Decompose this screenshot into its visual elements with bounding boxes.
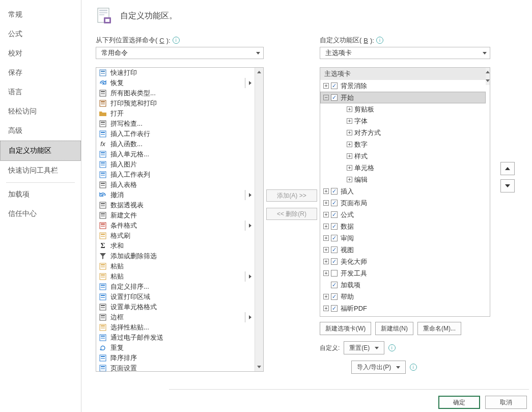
sidebar-item[interactable]: 常规 [0, 5, 81, 24]
sidebar-item[interactable]: 自定义功能区 [0, 141, 81, 161]
command-item[interactable]: 粘贴 [96, 271, 255, 282]
checkbox[interactable] [331, 293, 338, 300]
expand-toggle[interactable]: + [323, 270, 329, 276]
info-icon[interactable]: i [173, 37, 180, 44]
expand-toggle[interactable]: + [347, 153, 352, 159]
tree-item[interactable]: −开始 [320, 92, 486, 103]
tree-child-item[interactable]: +数字 [320, 139, 486, 150]
checkbox[interactable] [331, 188, 338, 195]
expand-toggle[interactable]: + [347, 118, 352, 124]
move-down-button[interactable] [500, 179, 515, 193]
sidebar-item[interactable]: 信任中心 [0, 204, 81, 224]
command-item[interactable]: 条件格式 [96, 221, 255, 231]
tree-item[interactable]: +福昕阅读器 [320, 314, 486, 316]
expand-toggle[interactable]: + [323, 306, 329, 311]
tree-item[interactable]: 加载项 [320, 279, 486, 291]
tree-scrollbar[interactable] [486, 68, 490, 316]
move-up-button[interactable] [500, 162, 515, 175]
info-icon[interactable]: i [376, 37, 383, 44]
reset-dropdown[interactable]: 重置(E) [344, 341, 384, 354]
tree-item[interactable]: +数据 [320, 221, 486, 232]
expand-toggle[interactable]: + [323, 224, 329, 229]
command-item[interactable]: 撤消 [96, 190, 255, 200]
scroll-down-button[interactable] [255, 363, 263, 371]
command-item[interactable]: 恢复 [96, 78, 255, 88]
tree-item[interactable]: +美化大师 [320, 256, 486, 267]
checkbox[interactable] [331, 211, 338, 218]
expand-toggle[interactable]: + [347, 130, 352, 135]
sidebar-item[interactable]: 校对 [0, 44, 81, 63]
sidebar-item[interactable]: 公式 [0, 24, 81, 44]
sidebar-item[interactable]: 语言 [0, 83, 81, 102]
checkbox[interactable] [331, 94, 338, 101]
expand-toggle[interactable]: + [323, 294, 329, 299]
expand-toggle[interactable]: + [323, 259, 329, 264]
command-item[interactable]: 新建文件 [96, 210, 255, 221]
tree-item[interactable]: +页面布局 [320, 197, 486, 209]
command-item[interactable]: 插入表格 [96, 180, 255, 190]
tree-child-item[interactable]: +字体 [320, 115, 486, 127]
tree-item[interactable]: +插入 [320, 185, 486, 197]
command-item[interactable]: 选择性粘贴... [96, 322, 255, 333]
expand-toggle[interactable]: + [323, 200, 329, 206]
tree-child-item[interactable]: +对齐方式 [320, 127, 486, 139]
expand-toggle[interactable]: + [347, 142, 352, 147]
scroll-up-button[interactable] [255, 68, 263, 76]
command-item[interactable]: 通过电子邮件发送 [96, 333, 255, 343]
command-item[interactable]: 粘贴 [96, 261, 255, 271]
command-item[interactable]: 所有图表类型... [96, 88, 255, 98]
command-item[interactable]: 插入工作表行 [96, 129, 255, 139]
command-item[interactable]: 打开 [96, 108, 255, 119]
checkbox[interactable] [331, 305, 338, 312]
checkbox[interactable] [331, 200, 338, 206]
expand-toggle[interactable]: + [323, 83, 329, 89]
command-item[interactable]: 快速打印 [96, 68, 255, 78]
choose-commands-dropdown[interactable]: 常用命令 [96, 47, 264, 59]
command-item[interactable]: 插入工作表列 [96, 170, 255, 180]
expand-toggle[interactable]: + [347, 165, 352, 171]
sidebar-item[interactable]: 快速访问工具栏 [0, 161, 81, 180]
sidebar-item[interactable]: 轻松访问 [0, 102, 81, 121]
tree-item[interactable]: +帮助 [320, 291, 486, 303]
checkbox[interactable] [331, 235, 338, 241]
ribbon-treebox[interactable]: 主选项卡 +背景消除−开始+剪贴板+字体+对齐方式+数字+样式+单元格+编辑+插… [320, 67, 490, 317]
command-item[interactable]: 重复 [96, 343, 255, 353]
tree-item[interactable]: +视图 [320, 244, 486, 256]
command-item[interactable]: 插入单元格... [96, 149, 255, 159]
expand-toggle[interactable]: + [323, 247, 329, 253]
expand-toggle[interactable]: + [323, 212, 329, 217]
commands-scrollbar[interactable] [255, 68, 263, 371]
checkbox[interactable] [331, 246, 338, 253]
scroll-up-button[interactable] [486, 68, 490, 76]
tree-item[interactable]: +背景消除 [320, 80, 486, 92]
command-item[interactable]: 自定义排序... [96, 282, 255, 292]
tree-child-item[interactable]: +单元格 [320, 162, 486, 174]
command-item[interactable]: 降序排序 [96, 353, 255, 363]
expand-toggle[interactable]: + [323, 235, 329, 241]
tree-item[interactable]: +审阅 [320, 232, 486, 244]
new-group-button[interactable]: 新建组(N) [375, 322, 413, 335]
expand-toggle[interactable]: + [347, 106, 352, 112]
command-item[interactable]: 边框 [96, 312, 255, 322]
tree-child-item[interactable]: +编辑 [320, 174, 486, 185]
tree-child-item[interactable]: +样式 [320, 150, 486, 162]
ok-button[interactable]: 确定 [438, 396, 480, 409]
checkbox[interactable] [331, 270, 338, 277]
rename-button[interactable]: 重命名(M)... [417, 322, 461, 335]
sidebar-item[interactable]: 高级 [0, 121, 81, 141]
info-icon[interactable]: i [388, 344, 396, 351]
command-item[interactable]: 打印预览和打印 [96, 98, 255, 108]
command-item[interactable]: fx插入函数... [96, 139, 255, 149]
sidebar-item[interactable]: 加载项 [0, 185, 81, 204]
command-item[interactable]: 格式刷 [96, 231, 255, 241]
command-item[interactable]: 数据透视表 [96, 200, 255, 210]
command-item[interactable]: 添加或删除筛选 [96, 251, 255, 261]
checkbox[interactable] [331, 258, 338, 265]
checkbox[interactable] [331, 83, 338, 89]
info-icon[interactable]: i [410, 364, 417, 371]
expand-toggle[interactable]: + [323, 188, 329, 194]
customize-ribbon-dropdown[interactable]: 主选项卡 [320, 47, 490, 59]
command-item[interactable]: Σ求和 [96, 241, 255, 251]
command-item[interactable]: 页面设置 [96, 363, 255, 371]
expand-toggle[interactable]: + [347, 177, 352, 182]
